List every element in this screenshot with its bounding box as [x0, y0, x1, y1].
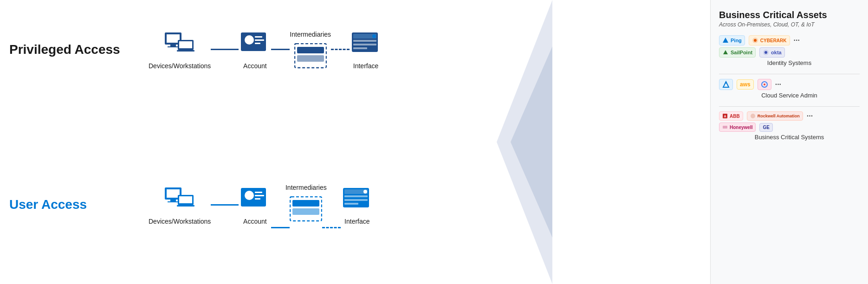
identity-section-label: Identity Systems — [719, 59, 860, 66]
svg-rect-34 — [255, 198, 260, 200]
user-interface-node: Interface — [341, 185, 373, 225]
svg-rect-36 — [292, 200, 319, 207]
line2 — [271, 49, 290, 50]
line1 — [211, 49, 239, 50]
gcp-logo — [758, 79, 771, 90]
user-access-row: User Access Devices/Workstations — [0, 181, 710, 228]
svg-rect-37 — [292, 208, 319, 215]
cloud-section-label: Cloud Service Admin — [719, 92, 860, 99]
svg-point-43 — [363, 190, 367, 194]
privileged-account-node: Account — [239, 29, 271, 70]
svg-point-22 — [372, 34, 376, 38]
abb-logo: A ABB — [719, 111, 743, 121]
svg-rect-5 — [168, 46, 179, 47]
privileged-intermediaries-label: Intermediaries — [290, 31, 331, 38]
privileged-flow: Devices/Workstations Account — [149, 28, 710, 71]
privileged-access-label: Privileged Access — [0, 42, 149, 57]
svg-marker-44 — [723, 38, 728, 43]
user-interface-icon — [341, 185, 373, 215]
user-account-icon — [239, 185, 271, 215]
okta-label: okta — [771, 50, 782, 55]
svg-rect-41 — [344, 199, 368, 201]
main-diagram: Privileged Access Devices/Wor — [0, 0, 710, 284]
svg-rect-20 — [353, 44, 376, 45]
biz-logos-row2: Honeywell GE — [719, 123, 860, 132]
user-devices-label: Devices/Workstations — [149, 218, 211, 225]
sailpoint-label: SailPoint — [731, 50, 752, 55]
user-interface-label: Interface — [344, 218, 369, 225]
svg-rect-16 — [297, 55, 324, 62]
svg-point-49 — [764, 51, 767, 54]
svg-rect-40 — [344, 195, 368, 197]
privileged-devices-icon — [163, 29, 196, 59]
svg-rect-3 — [167, 34, 180, 43]
svg-rect-28 — [179, 196, 192, 203]
svg-point-53 — [764, 84, 765, 85]
biz-section: A ABB Rockwell Automation ··· Honeywell … — [719, 111, 860, 141]
svg-rect-11 — [255, 36, 262, 38]
svg-rect-12 — [255, 39, 264, 41]
cloud-logos-row: aws ··· — [719, 79, 860, 90]
user-devices-icon — [163, 185, 196, 215]
privileged-interface-node: Interface — [350, 29, 382, 70]
abb-label: ABB — [730, 114, 740, 119]
svg-rect-26 — [168, 201, 179, 202]
svg-rect-57 — [723, 126, 727, 129]
privileged-account-label: Account — [243, 62, 267, 70]
aws-logo: aws — [737, 79, 754, 90]
user-intermediaries-label: Intermediaries — [285, 184, 327, 191]
svg-point-31 — [245, 191, 254, 200]
privileged-devices-label: Devices/Workstations — [149, 62, 211, 70]
svg-point-10 — [245, 35, 254, 45]
user-account-label: Account — [243, 218, 267, 225]
privileged-account-icon — [239, 29, 271, 59]
identity-logos-row: Ping CYBERARK ··· — [719, 35, 860, 45]
ge-logo: GE — [759, 123, 772, 132]
privileged-intermediaries-icon — [294, 41, 327, 71]
svg-rect-21 — [353, 47, 367, 49]
cloud-more: ··· — [775, 80, 781, 89]
svg-rect-42 — [344, 203, 358, 205]
svg-rect-13 — [255, 43, 260, 44]
privileged-interface-icon — [350, 29, 382, 59]
svg-rect-7 — [179, 41, 192, 48]
cyberark-label: CYBERARK — [760, 38, 787, 43]
honeywell-label: Honeywell — [730, 125, 752, 130]
svg-point-46 — [754, 39, 757, 42]
privileged-access-row: Privileged Access Devices/Wor — [0, 28, 710, 71]
right-panel: Business Critical Assets Across On-Premi… — [710, 0, 868, 284]
svg-rect-24 — [167, 189, 180, 198]
svg-rect-29 — [177, 205, 194, 207]
aws-label: aws — [740, 81, 751, 88]
divider1 — [719, 74, 860, 74]
user-account-node: Account — [239, 185, 271, 225]
ra-label: Rockwell Automation — [758, 114, 800, 118]
divider2 — [719, 106, 860, 107]
identity-more: ··· — [794, 36, 800, 45]
biz-section-label: Business Critical Systems — [719, 134, 860, 141]
user-flow: Devices/Workstations Account — [149, 181, 710, 228]
svg-marker-47 — [723, 50, 728, 54]
svg-rect-32 — [255, 192, 262, 193]
user-line1 — [211, 204, 239, 206]
user-line2a — [271, 227, 290, 228]
svg-rect-8 — [177, 50, 194, 52]
honeywell-logo: Honeywell — [719, 123, 756, 132]
panel-subtitle: Across On-Premises, Cloud, OT, & IoT — [719, 21, 860, 28]
svg-text:A: A — [724, 115, 726, 118]
line3 — [331, 49, 350, 50]
svg-rect-25 — [170, 200, 176, 201]
svg-point-56 — [751, 114, 755, 118]
user-access-label: User Access — [0, 197, 149, 212]
cloud-section: aws ··· Cloud Service Admin — [719, 79, 860, 99]
user-intermediaries-icon — [290, 194, 322, 224]
biz-logos-row1: A ABB Rockwell Automation ··· — [719, 111, 860, 121]
identity-logos-row2: SailPoint okta — [719, 47, 860, 58]
svg-rect-4 — [170, 45, 176, 46]
ping-logo: Ping — [719, 35, 745, 45]
user-devices-node: Devices/Workstations — [149, 185, 211, 225]
privileged-interface-label: Interface — [353, 62, 378, 70]
azure-logo — [719, 79, 733, 90]
svg-rect-33 — [255, 195, 264, 196]
user-line2b — [322, 227, 341, 228]
